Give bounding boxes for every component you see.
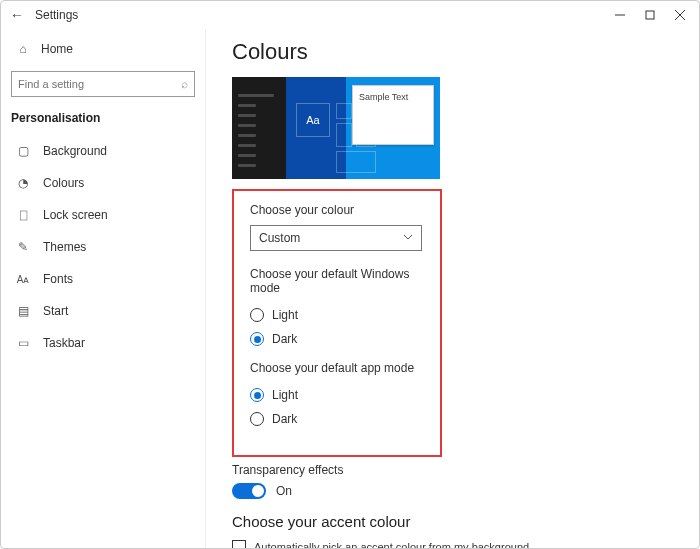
nav-themes[interactable]: ✎ Themes [11, 231, 195, 263]
search-input[interactable]: ⌕ [11, 71, 195, 97]
lock-icon: ⎕ [15, 208, 31, 222]
transparency-toggle[interactable] [232, 483, 266, 499]
nav-label: Start [43, 304, 68, 318]
radio-icon [250, 308, 264, 322]
nav-label: Taskbar [43, 336, 85, 350]
nav-taskbar[interactable]: ▭ Taskbar [11, 327, 195, 359]
home-label: Home [41, 42, 73, 56]
window-title: Settings [35, 8, 78, 22]
accent-title: Choose your accent colour [232, 513, 679, 530]
home-icon: ⌂ [15, 42, 31, 56]
windows-mode-light[interactable]: Light [250, 303, 424, 327]
app-mode-light[interactable]: Light [250, 383, 424, 407]
radio-label: Dark [272, 412, 297, 426]
app-mode-dark[interactable]: Dark [250, 407, 424, 431]
font-icon: Aᴀ [15, 274, 31, 285]
maximize-button[interactable] [635, 3, 665, 27]
preview-menu-bars [238, 87, 284, 174]
nav-lock-screen[interactable]: ⎕ Lock screen [11, 199, 195, 231]
nav-label: Themes [43, 240, 86, 254]
transparency-label: Transparency effects [232, 463, 679, 477]
nav-label: Fonts [43, 272, 73, 286]
taskbar-icon: ▭ [15, 336, 31, 350]
theme-icon: ✎ [15, 240, 31, 254]
radio-label: Light [272, 308, 298, 322]
windows-mode-dark[interactable]: Dark [250, 327, 424, 351]
choose-colour-value: Custom [259, 231, 300, 245]
nav-fonts[interactable]: Aᴀ Fonts [11, 263, 195, 295]
search-icon: ⌕ [181, 77, 188, 91]
nav-background[interactable]: ▢ Background [11, 135, 195, 167]
transparency-value: On [276, 484, 292, 498]
close-button[interactable] [665, 3, 695, 27]
radio-icon [250, 388, 264, 402]
image-icon: ▢ [15, 144, 31, 158]
choose-colour-select[interactable]: Custom [250, 225, 422, 251]
accent-auto-label: Automatically pick an accent colour from… [254, 541, 529, 548]
checkbox-icon [232, 540, 246, 548]
windows-mode-label: Choose your default Windows mode [250, 267, 424, 295]
radio-icon [250, 332, 264, 346]
svg-rect-1 [646, 11, 654, 19]
palette-icon: ◔ [15, 176, 31, 190]
category-label: Personalisation [11, 111, 195, 125]
radio-icon [250, 412, 264, 426]
nav-label: Lock screen [43, 208, 108, 222]
back-icon[interactable]: ← [5, 7, 29, 23]
preview-sample-window: Sample Text [352, 85, 434, 145]
search-field[interactable] [18, 78, 181, 90]
theme-preview: Aa Sample Text [232, 77, 440, 179]
highlight-box: Choose your colour Custom Choose your de… [232, 189, 442, 457]
page-title: Colours [232, 39, 679, 65]
home-button[interactable]: ⌂ Home [11, 35, 195, 63]
app-mode-label: Choose your default app mode [250, 361, 424, 375]
radio-label: Dark [272, 332, 297, 346]
accent-auto-checkbox[interactable]: Automatically pick an accent colour from… [232, 540, 679, 548]
choose-colour-label: Choose your colour [250, 203, 424, 217]
chevron-down-icon [403, 231, 413, 245]
preview-aa-tile: Aa [296, 103, 330, 137]
start-icon: ▤ [15, 304, 31, 318]
minimize-button[interactable] [605, 3, 635, 27]
preview-sample-text: Sample Text [359, 92, 408, 102]
radio-label: Light [272, 388, 298, 402]
nav-colours[interactable]: ◔ Colours [11, 167, 195, 199]
nav-label: Background [43, 144, 107, 158]
nav-start[interactable]: ▤ Start [11, 295, 195, 327]
nav-label: Colours [43, 176, 84, 190]
